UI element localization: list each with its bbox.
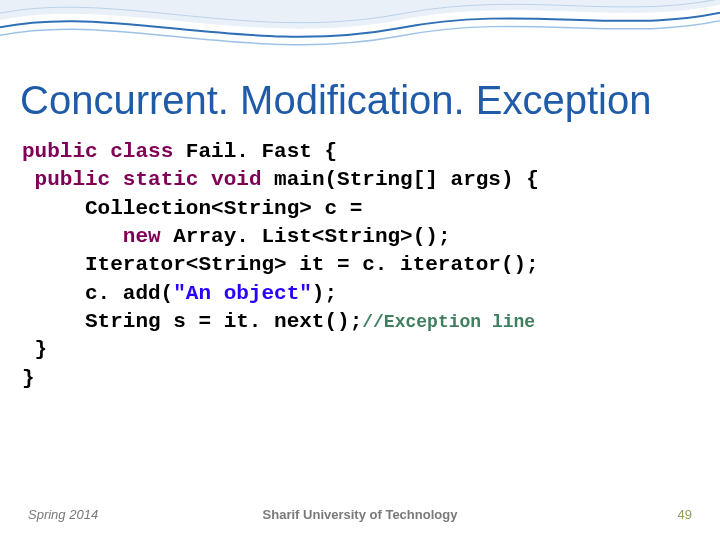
kw-class: class: [110, 140, 173, 163]
footer-institution: Sharif University of Technology: [263, 507, 458, 522]
string-literal: "An object": [173, 282, 312, 305]
kw-public: public: [35, 168, 111, 191]
comment: //Exception line: [362, 312, 535, 332]
code-block: public class Fail. Fast { public static …: [22, 138, 539, 393]
code-text: main(String[] args) {: [262, 168, 539, 191]
code-text: }: [22, 367, 35, 390]
slide-number: 49: [678, 507, 692, 522]
code-text: c. add(: [22, 282, 173, 305]
wave-decoration: [0, 0, 720, 70]
footer: Spring 2014 Sharif University of Technol…: [0, 507, 720, 522]
footer-date: Spring 2014: [28, 507, 98, 522]
code-text: Fail. Fast {: [173, 140, 337, 163]
kw-static: static: [123, 168, 199, 191]
code-text: Collection<String> c =: [22, 197, 375, 220]
code-text: Iterator<String> it = c. iterator();: [22, 253, 539, 276]
code-text: [22, 168, 35, 191]
kw-void: void: [211, 168, 261, 191]
code-text: }: [22, 338, 47, 361]
kw-public: public: [22, 140, 98, 163]
slide-title: Concurrent. Modification. Exception: [20, 78, 651, 123]
code-text: );: [312, 282, 337, 305]
kw-new: new: [123, 225, 161, 248]
code-text: String s = it. next();: [22, 310, 362, 333]
code-text: [22, 225, 123, 248]
code-text: Array. List<String>();: [161, 225, 451, 248]
